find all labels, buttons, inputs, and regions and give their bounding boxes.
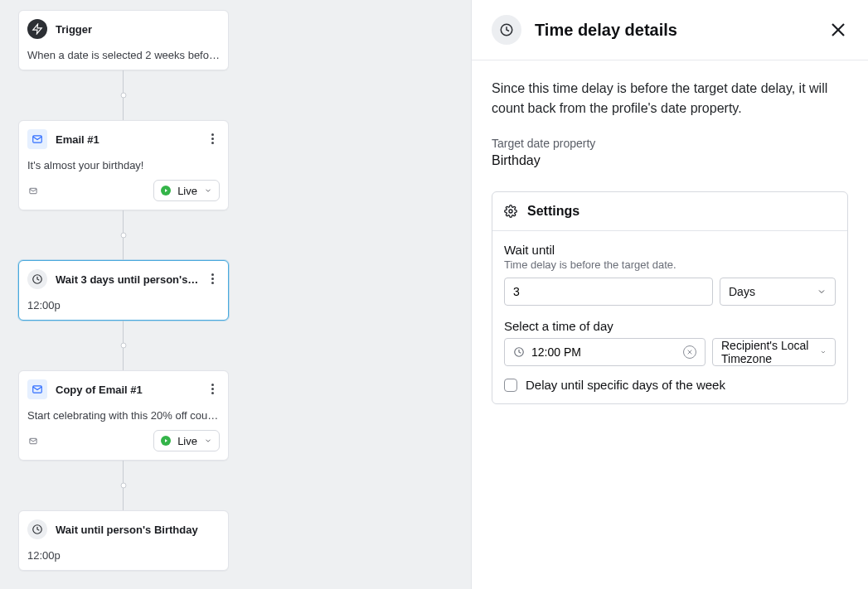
timezone-select[interactable]: Recipient's Local Timezone	[712, 338, 836, 366]
node-menu-button[interactable]	[205, 381, 220, 396]
wait-birthday-title: Wait until person's Birthday	[56, 524, 220, 536]
clock-icon	[27, 519, 47, 539]
flow-canvas[interactable]: Trigger When a date is selected 2 weeks …	[0, 0, 471, 589]
wait-birthday-node[interactable]: Wait until person's Birthday 12:00p	[18, 510, 229, 571]
email1-title: Email #1	[56, 133, 220, 146]
email1-desc: It's almost your birthday!	[27, 159, 220, 171]
svg-point-10	[509, 210, 512, 213]
wait3-node[interactable]: Wait 3 days until person's… 12:00p	[18, 260, 229, 321]
connector	[123, 461, 124, 510]
wait-number-input[interactable]	[504, 278, 713, 306]
timezone-label: Recipient's Local Timezone	[721, 339, 813, 365]
wait-unit-select[interactable]: Days	[720, 278, 836, 306]
wait3-title: Wait 3 days until person's…	[56, 273, 220, 286]
panel-title: Time delay details	[535, 21, 815, 40]
wait3-desc: 12:00p	[27, 299, 220, 311]
svg-marker-0	[33, 24, 42, 34]
delay-days-checkbox[interactable]	[504, 379, 517, 392]
wait-number-field[interactable]	[513, 285, 704, 298]
wait-until-sublabel: Time delay is before the target date.	[504, 258, 836, 271]
time-of-day-label: Select a time of day	[504, 319, 836, 333]
clock-icon	[513, 346, 525, 358]
close-icon	[686, 349, 693, 355]
details-panel: Time delay details Since this time delay…	[471, 0, 868, 589]
email-icon	[27, 379, 47, 399]
status-dot	[161, 436, 171, 446]
mail-mini-icon	[27, 185, 39, 196]
status-label: Live	[177, 435, 197, 447]
status-dropdown[interactable]: Live	[153, 430, 220, 451]
connector	[123, 210, 124, 260]
node-menu-button[interactable]	[205, 271, 220, 286]
trigger-title: Trigger	[56, 23, 220, 36]
wait-until-label: Wait until	[504, 243, 836, 257]
settings-title: Settings	[527, 204, 579, 219]
trigger-desc: When a date is selected 2 weeks before p…	[27, 49, 220, 61]
connector	[123, 321, 124, 370]
email-icon	[27, 129, 47, 149]
trigger-icon	[27, 19, 47, 39]
delay-days-label: Delay until specific days of the week	[526, 378, 725, 392]
close-icon	[828, 20, 848, 40]
gear-icon	[504, 205, 517, 218]
trigger-node[interactable]: Trigger When a date is selected 2 weeks …	[18, 10, 229, 70]
wait-unit-label: Days	[729, 285, 755, 298]
chevron-down-icon	[820, 347, 827, 357]
chevron-down-icon	[204, 437, 212, 445]
target-date-value: Birthday	[492, 153, 848, 168]
status-label: Live	[177, 185, 197, 197]
target-date-label: Target date property	[492, 137, 848, 150]
status-dropdown[interactable]: Live	[153, 180, 220, 201]
time-of-day-field[interactable]	[531, 345, 676, 359]
clear-time-button[interactable]	[683, 345, 696, 359]
connector	[123, 70, 124, 120]
time-of-day-input[interactable]	[504, 338, 706, 366]
explanation-text: Since this time delay is before the targ…	[492, 79, 848, 118]
email2-desc: Start celebrating with this 20% off coup…	[27, 409, 220, 422]
email1-node[interactable]: Email #1 It's almost your birthday! Live	[18, 120, 229, 210]
clock-icon	[27, 269, 47, 289]
close-button[interactable]	[828, 20, 848, 40]
wait-birthday-desc: 12:00p	[27, 549, 220, 562]
email2-title: Copy of Email #1	[56, 384, 220, 396]
chevron-down-icon	[817, 287, 827, 297]
settings-section: Settings Wait until Time delay is before…	[492, 191, 848, 404]
email2-node[interactable]: Copy of Email #1 Start celebrating with …	[18, 370, 229, 461]
mail-mini-icon	[27, 435, 39, 447]
panel-clock-icon	[492, 15, 521, 45]
status-dot	[161, 186, 171, 196]
chevron-down-icon	[204, 186, 212, 195]
node-menu-button[interactable]	[205, 131, 220, 146]
